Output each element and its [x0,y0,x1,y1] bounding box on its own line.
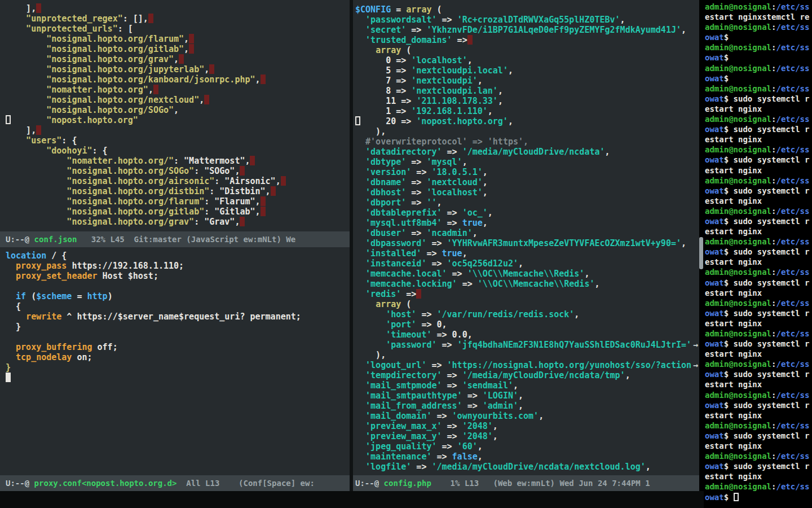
text-segment: admin@nosignal [705,2,771,11]
text-segment: "users" [6,135,61,146]
text-segment: '192.168.1.110' [411,106,487,116]
editor-window-proxy-conf[interactable]: location / { proxy_pass https://192.168.… [0,247,350,475]
code-line: 7 => 'nextcloudpi', [355,76,699,86]
modeline-proxy-conf[interactable]: U:--@ proxy.conf<nopost.hopto.org.d> All… [0,475,350,491]
text-segment: 'memcache.locking' [365,279,457,289]
text-segment: admin@nosignal [705,421,771,430]
code-line: 'dbport' => '', [355,198,699,208]
modeline-conf-json[interactable]: U:--@ conf.json 32% L45 Git:master (Java… [0,231,350,247]
code-line: 'mail_smtpmode' => 'sendmail', [355,380,699,391]
code-line: array ( [355,45,699,55]
text-segment: "nosignal.hopto.org/grav" [6,217,194,227]
text-segment: => [406,177,426,187]
trailing-whitespace-marker [416,289,421,299]
text-segment: U:--@ [6,479,29,488]
text-segment: , [204,64,209,75]
text-segment: { [6,301,21,312]
text-segment: /etc/ss [776,64,809,73]
text-segment: => [462,391,483,401]
terminal-pane[interactable]: admin@nosignal:/etc/ssestart nginxstemct… [704,0,812,508]
text-segment: estart nginxstemctl re [705,12,809,21]
terminal-line: estart nginx [705,411,812,421]
text-segment [29,235,34,244]
text-segment: 'nopost.hopto.org' [416,116,508,126]
code-line: location / { [6,251,350,261]
text-segment: , [478,452,483,462]
text-segment: "nosignal.hopto.org/gitlab" [6,207,204,217]
terminal-line: admin@nosignal:/etc/ss [705,23,812,33]
text-segment: "nosignal.hopto.org/SOGo" [6,166,194,176]
text-segment: $ sudo systemctl r [724,186,810,195]
terminal-line: admin@nosignal:/etc/ss [705,452,812,462]
text-segment: /etc/ss [776,391,809,400]
text-segment: : [ [118,24,133,34]
text-segment [355,228,365,238]
text-segment: "nosignal.hopto.org/airsonic" [6,176,214,186]
text-segment: } [6,362,11,373]
text-segment: ( [401,299,411,309]
text-segment: $scheme [36,291,72,301]
echo-area[interactable] [0,491,704,508]
text-segment: , [498,86,503,96]
code-line: #'overwriteprotocol' => 'https', [355,137,699,147]
text-segment: owat [705,309,724,318]
trailing-whitespace-marker [148,14,153,23]
scrollbar-thumb[interactable] [699,237,703,269]
text-segment: array [406,5,431,15]
text-segment: = [391,5,406,15]
text-segment: 'localhost' [426,187,482,198]
trailing-whitespace-marker [36,125,41,135]
terminal-line: estart nginx [705,349,812,360]
editor-window-config-php[interactable]: $CONFIG = array ( 'passwordsalt' => 'Rc+… [353,0,699,475]
terminal-line: owat$ sudo systemctl r [705,94,812,104]
text-segment: estart nginx [705,288,762,297]
terminal-line: estart nginx [705,196,812,207]
trailing-whitespace-marker [189,44,194,54]
code-line: "nosignal.hopto.org/kanboard/jsonrpc.php… [6,75,350,85]
vertical-scrollbar[interactable] [699,0,704,475]
text-segment: owat [705,370,724,379]
terminal-line: owat$ sudo systemctl r [705,370,812,380]
text-segment: 'YkhznvFDe/i1BP7G1ALqeD0eFf9pyZEMYFg2fMd… [426,25,681,35]
text-segment: estart nginx [705,411,762,420]
text-segment: 'memcache.local' [365,269,447,279]
trailing-whitespace-marker [261,75,266,84]
editor-window-conf-json[interactable]: ], "unprotected_regex": [], "unprotected… [0,0,350,231]
text-segment: 'nextcloudpi.local' [411,65,508,76]
text-segment: => [442,380,462,391]
text-segment [355,421,365,431]
text-segment: => [442,208,462,218]
code-line: array ( [355,299,699,309]
text-segment: 'instanceid' [365,259,426,269]
text-segment: $ sudo systemctl r [724,339,810,348]
text-segment: => [437,441,457,452]
text-segment [355,35,365,45]
text-segment: /etc/ss [776,176,809,185]
text-segment: => [411,167,431,177]
text-segment: admin@nosignal [705,176,771,185]
text-segment: ), [355,350,386,360]
code-line [6,373,350,383]
text-segment: admin@nosignal [705,452,771,461]
text-segment: estart nginx [705,135,762,144]
text-segment: 'dbhost' [365,187,406,198]
text-segment [355,452,365,462]
text-segment: => [406,25,426,35]
terminal-line: owat$ [705,74,812,84]
text-segment: owat [705,217,724,226]
text-segment [355,198,365,208]
text-segment [355,299,376,309]
text-segment: 'timeout' [386,330,431,340]
terminal-line: owat$ [705,53,812,63]
text-segment: , [174,54,179,64]
text-segment: , [148,85,153,95]
text-segment: /etc/ss [776,115,809,124]
modeline-config-php[interactable]: U:--@ config.php 1% L13 (Web ew:mnLt) We… [353,475,699,491]
text-segment: '211.108.178.33' [416,96,498,106]
text-segment: owat [705,462,724,471]
text-segment: => [426,238,447,248]
code-line: 'mail_domain' => 'ownyourbits.com', [355,411,699,421]
text-segment: => [437,15,457,25]
text-segment: admin@nosignal [705,237,771,246]
text-segment: , [518,259,523,269]
